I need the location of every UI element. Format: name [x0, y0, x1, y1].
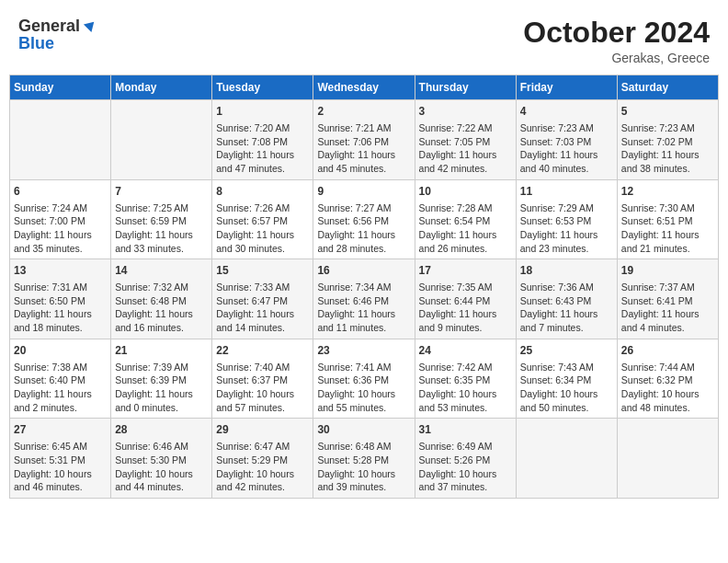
day-number: 16: [317, 263, 410, 279]
day-info: Sunrise: 7:22 AMSunset: 7:05 PMDaylight:…: [419, 121, 512, 176]
day-number: 30: [317, 422, 410, 438]
day-number: 7: [115, 184, 208, 200]
day-info: Sunrise: 7:38 AMSunset: 6:40 PMDaylight:…: [14, 361, 107, 415]
day-info: Sunrise: 7:25 AMSunset: 6:59 PMDaylight:…: [115, 201, 208, 256]
calendar-cell: 4Sunrise: 7:23 AMSunset: 7:03 PMDaylight…: [516, 100, 617, 180]
weekday-header-tuesday: Tuesday: [212, 75, 313, 100]
weekday-header-monday: Monday: [111, 75, 212, 100]
day-number: 29: [216, 422, 309, 438]
month-title: October 2024: [523, 17, 710, 49]
calendar-cell: 11Sunrise: 7:29 AMSunset: 6:53 PMDayligh…: [516, 179, 617, 259]
weekday-header-wednesday: Wednesday: [313, 75, 415, 100]
day-info: Sunrise: 7:35 AMSunset: 6:44 PMDaylight:…: [419, 281, 512, 335]
weekday-header-sunday: Sunday: [10, 75, 111, 100]
day-number: 28: [115, 422, 208, 438]
calendar-week-5: 27Sunrise: 6:45 AMSunset: 5:31 PMDayligh…: [10, 419, 719, 499]
calendar-cell: 29Sunrise: 6:47 AMSunset: 5:29 PMDayligh…: [212, 419, 313, 499]
calendar-cell: 26Sunrise: 7:44 AMSunset: 6:32 PMDayligh…: [617, 339, 718, 419]
day-info: Sunrise: 6:46 AMSunset: 5:30 PMDaylight:…: [115, 440, 208, 494]
page-header: General Blue October 2024 Gerakas, Greec…: [9, 9, 719, 69]
calendar-cell: 21Sunrise: 7:39 AMSunset: 6:39 PMDayligh…: [111, 339, 212, 419]
calendar-header: SundayMondayTuesdayWednesdayThursdayFrid…: [10, 75, 719, 100]
day-info: Sunrise: 7:23 AMSunset: 7:02 PMDaylight:…: [621, 121, 714, 176]
calendar-cell: 2Sunrise: 7:21 AMSunset: 7:06 PMDaylight…: [313, 100, 415, 180]
day-number: 27: [14, 422, 107, 438]
day-number: 2: [317, 104, 410, 120]
weekday-header-friday: Friday: [516, 75, 617, 100]
logo-blue-text: Blue: [18, 34, 54, 53]
calendar-cell: 30Sunrise: 6:48 AMSunset: 5:28 PMDayligh…: [313, 419, 415, 499]
day-info: Sunrise: 7:24 AMSunset: 7:00 PMDaylight:…: [14, 201, 107, 256]
day-info: Sunrise: 7:37 AMSunset: 6:41 PMDaylight:…: [621, 281, 714, 335]
day-number: 6: [14, 184, 107, 200]
day-info: Sunrise: 7:32 AMSunset: 6:48 PMDaylight:…: [115, 281, 208, 335]
day-info: Sunrise: 7:28 AMSunset: 6:54 PMDaylight:…: [419, 201, 512, 256]
day-info: Sunrise: 7:43 AMSunset: 6:34 PMDaylight:…: [520, 361, 613, 415]
calendar-cell: 17Sunrise: 7:35 AMSunset: 6:44 PMDayligh…: [415, 259, 516, 339]
day-info: Sunrise: 7:33 AMSunset: 6:47 PMDaylight:…: [216, 281, 309, 335]
day-number: 26: [621, 343, 714, 359]
day-number: 11: [520, 184, 613, 200]
calendar-cell: 6Sunrise: 7:24 AMSunset: 7:00 PMDaylight…: [10, 179, 111, 259]
calendar-cell: 3Sunrise: 7:22 AMSunset: 7:05 PMDaylight…: [415, 100, 516, 180]
calendar-body: 1Sunrise: 7:20 AMSunset: 7:08 PMDaylight…: [10, 100, 719, 499]
logo: General Blue: [18, 17, 97, 53]
day-number: 5: [621, 104, 714, 120]
day-info: Sunrise: 7:39 AMSunset: 6:39 PMDaylight:…: [115, 361, 208, 415]
calendar-week-2: 6Sunrise: 7:24 AMSunset: 7:00 PMDaylight…: [10, 179, 719, 259]
day-info: Sunrise: 7:41 AMSunset: 6:36 PMDaylight:…: [317, 361, 410, 415]
calendar-cell: [516, 419, 617, 499]
title-block: October 2024 Gerakas, Greece: [523, 17, 710, 65]
day-number: 13: [14, 263, 107, 279]
calendar-cell: 12Sunrise: 7:30 AMSunset: 6:51 PMDayligh…: [617, 179, 718, 259]
calendar-cell: 24Sunrise: 7:42 AMSunset: 6:35 PMDayligh…: [415, 339, 516, 419]
day-number: 24: [419, 343, 512, 359]
day-info: Sunrise: 7:26 AMSunset: 6:57 PMDaylight:…: [216, 201, 309, 256]
weekday-header-thursday: Thursday: [415, 75, 516, 100]
day-info: Sunrise: 7:36 AMSunset: 6:43 PMDaylight:…: [520, 281, 613, 335]
calendar-cell: 28Sunrise: 6:46 AMSunset: 5:30 PMDayligh…: [111, 419, 212, 499]
calendar-cell: 22Sunrise: 7:40 AMSunset: 6:37 PMDayligh…: [212, 339, 313, 419]
calendar-cell: 7Sunrise: 7:25 AMSunset: 6:59 PMDaylight…: [111, 179, 212, 259]
day-info: Sunrise: 7:21 AMSunset: 7:06 PMDaylight:…: [317, 121, 410, 176]
day-info: Sunrise: 7:31 AMSunset: 6:50 PMDaylight:…: [14, 281, 107, 335]
logo-arrow-icon: [83, 18, 97, 33]
day-number: 22: [216, 343, 309, 359]
day-info: Sunrise: 7:44 AMSunset: 6:32 PMDaylight:…: [621, 361, 714, 415]
day-number: 17: [419, 263, 512, 279]
calendar-cell: 10Sunrise: 7:28 AMSunset: 6:54 PMDayligh…: [415, 179, 516, 259]
day-info: Sunrise: 6:48 AMSunset: 5:28 PMDaylight:…: [317, 440, 410, 494]
calendar-cell: 18Sunrise: 7:36 AMSunset: 6:43 PMDayligh…: [516, 259, 617, 339]
day-number: 14: [115, 263, 208, 279]
calendar-cell: 15Sunrise: 7:33 AMSunset: 6:47 PMDayligh…: [212, 259, 313, 339]
day-info: Sunrise: 7:29 AMSunset: 6:53 PMDaylight:…: [520, 201, 613, 256]
day-number: 9: [317, 184, 410, 200]
day-number: 1: [216, 104, 309, 120]
day-number: 19: [621, 263, 714, 279]
calendar-cell: 9Sunrise: 7:27 AMSunset: 6:56 PMDaylight…: [313, 179, 415, 259]
calendar-cell: 16Sunrise: 7:34 AMSunset: 6:46 PMDayligh…: [313, 259, 415, 339]
day-info: Sunrise: 7:40 AMSunset: 6:37 PMDaylight:…: [216, 361, 309, 415]
weekday-header-row: SundayMondayTuesdayWednesdayThursdayFrid…: [10, 75, 719, 100]
day-number: 21: [115, 343, 208, 359]
calendar-cell: 1Sunrise: 7:20 AMSunset: 7:08 PMDaylight…: [212, 100, 313, 180]
calendar-cell: [111, 100, 212, 180]
calendar-cell: 14Sunrise: 7:32 AMSunset: 6:48 PMDayligh…: [111, 259, 212, 339]
day-number: 23: [317, 343, 410, 359]
calendar-cell: 13Sunrise: 7:31 AMSunset: 6:50 PMDayligh…: [10, 259, 111, 339]
day-number: 4: [520, 104, 613, 120]
calendar-week-1: 1Sunrise: 7:20 AMSunset: 7:08 PMDaylight…: [10, 100, 719, 180]
calendar-cell: 25Sunrise: 7:43 AMSunset: 6:34 PMDayligh…: [516, 339, 617, 419]
svg-marker-0: [84, 18, 97, 32]
calendar-cell: [617, 419, 718, 499]
logo-general-text: General: [18, 17, 80, 36]
calendar-cell: 27Sunrise: 6:45 AMSunset: 5:31 PMDayligh…: [10, 419, 111, 499]
day-number: 15: [216, 263, 309, 279]
day-number: 18: [520, 263, 613, 279]
day-info: Sunrise: 7:30 AMSunset: 6:51 PMDaylight:…: [621, 201, 714, 256]
day-info: Sunrise: 7:23 AMSunset: 7:03 PMDaylight:…: [520, 121, 613, 176]
calendar-cell: 20Sunrise: 7:38 AMSunset: 6:40 PMDayligh…: [10, 339, 111, 419]
day-info: Sunrise: 6:47 AMSunset: 5:29 PMDaylight:…: [216, 440, 309, 494]
day-number: 20: [14, 343, 107, 359]
calendar-table: SundayMondayTuesdayWednesdayThursdayFrid…: [9, 75, 719, 499]
